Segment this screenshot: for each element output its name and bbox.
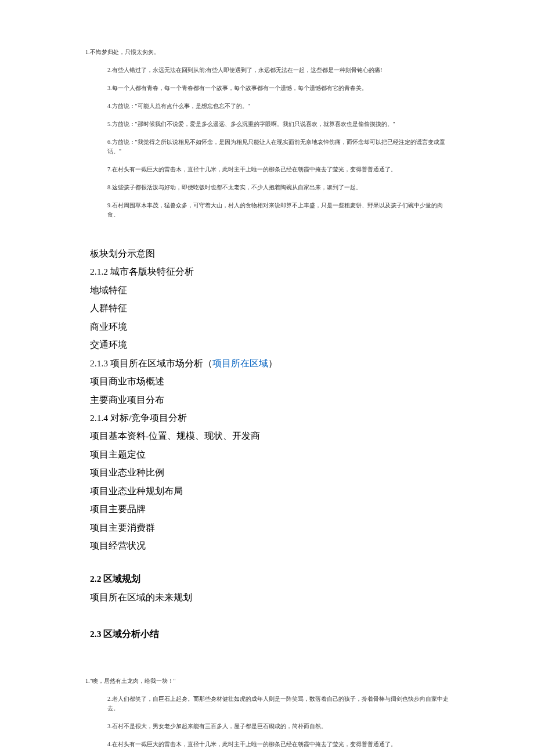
body-text: 板块划分示意图 [90, 245, 453, 262]
quote-line: 2.老人们都笑了，自巨石上起身。而那些身材健壮如虎的成年人则是一阵笑骂，数落着自… [107, 694, 453, 713]
body-text: 项目主要品牌 [90, 501, 453, 517]
heading-text-pre: 2.1.3 项目所在区域市场分析（ [90, 358, 212, 368]
heading-2-1-2: 2.1.2 城市各版块特征分析 [90, 263, 453, 280]
quote-line: 3.石村不是很大，男女老少加起来能有三百多人，屋子都是巨石砌成的，简朴而自然。 [107, 722, 453, 731]
body-text: 项目业态业种规划布局 [90, 483, 453, 499]
quote-line: 4.方茴说："可能人总有点什么事，是想忘也忘不了的。" [107, 102, 453, 111]
body-text: 项目经营状况 [90, 537, 453, 554]
quote-line: 3.每一个人都有青春，每一个青春都有一个故事，每个故事都有一个遗憾，每个遗憾都有… [107, 84, 453, 93]
main-content: 板块划分示意图 2.1.2 城市各版块特征分析 地域特征 人群特征 商业环境 交… [90, 245, 453, 643]
quote-line: 2.有些人错过了，永远无法在回到从前;有些人即使遇到了，永远都无法在一起，这些都… [107, 66, 453, 75]
body-text: 主要商业项目分布 [90, 391, 453, 408]
header-quotes-block: 1.不悔梦归处，只恨太匆匆。 2.有些人错过了，永远无法在回到从前;有些人即使遇… [90, 48, 453, 219]
quote-line: 4.在村头有一截巨大的雷击木，直径十几米，此时主干上唯一的柳条已经在朝霞中掩去了… [107, 740, 453, 749]
body-text: 项目商业市场概述 [90, 373, 453, 390]
heading-2-2: 2.2 区域规划 [90, 570, 453, 587]
body-text: 项目业态业种比例 [90, 464, 453, 481]
document-page: 1.不悔梦归处，只恨太匆匆。 2.有些人错过了，永远无法在回到从前;有些人即使遇… [0, 0, 534, 756]
quote-line: 1.不悔梦归处，只恨太匆匆。 [85, 48, 453, 57]
heading-2-1-4: 2.1.4 对标/竞争项目分析 [90, 409, 453, 426]
quote-line: 6.方茴说："我觉得之所以说相见不如怀念，是因为相见只能让人在现实面前无奈地哀悼… [107, 138, 453, 156]
quote-line: 5.方茴说："那时候我们不说爱，爱是多么遥远、多么沉重的字眼啊。我们只说喜欢，就… [107, 120, 453, 129]
body-text: 商业环境 [90, 318, 453, 335]
quote-line: 7.在村头有一截巨大的雷击木，直径十几米，此时主干上唯一的柳条已经在朝霞中掩去了… [107, 165, 453, 174]
heading-text-post: ） [268, 358, 277, 368]
body-text: 项目主要消费群 [90, 519, 453, 536]
quote-line: 1."噢，居然有土龙肉，给我一块！" [85, 676, 453, 686]
heading-2-1-3: 2.1.3 项目所在区域市场分析（项目所在区域） [90, 355, 453, 372]
heading-2-3: 2.3 区域分析小结 [90, 625, 453, 642]
region-link[interactable]: 项目所在区域 [212, 358, 268, 368]
body-text: 项目基本资料-位置、规模、现状、开发商 [90, 427, 453, 444]
footer-quotes-block: 1."噢，居然有土龙肉，给我一块！" 2.老人们都笑了，自巨石上起身。而那些身材… [90, 676, 453, 756]
body-text: 项目所在区域的未来规划 [90, 589, 453, 606]
body-text: 人群特征 [90, 300, 453, 316]
quote-line: 8.这些孩子都很活泼与好动，即便吃饭时也都不太老实，不少人抱着陶碗从自家出来，凑… [107, 183, 453, 192]
body-text: 地域特征 [90, 282, 453, 298]
body-text: 交通环境 [90, 336, 453, 353]
quote-line: 9.石村周围草木丰茂，猛兽众多，可守着大山，村人的食物相对来说却算不上丰盛，只是… [107, 201, 453, 219]
body-text: 项目主题定位 [90, 446, 453, 463]
